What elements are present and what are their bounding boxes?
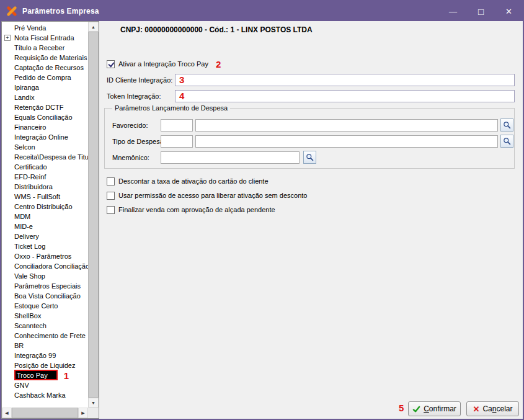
sidebar-item-wms-fullsoft[interactable]: WMS - FullSoft [2,192,88,202]
sidebar-item-label: Receita\Despesa de Titul [14,153,88,161]
sidebar-item-gnv[interactable]: GNV [2,380,88,390]
option-checkbox[interactable] [107,206,115,214]
sidebar-item-nota-fiscal-entrada[interactable]: +Nota Fiscal Entrada [2,33,88,43]
confirm-button[interactable]: Confirmar [408,401,461,416]
window-controls: — □ ✕ [439,1,523,21]
sidebar-item-label: Integração 99 [14,352,56,359]
sidebar-item-label: Financeiro [14,123,46,131]
sidebar-item-integracao-99[interactable]: Integração 99 [2,351,88,360]
sidebar-item-label: Captação de Recursos [14,64,84,71]
sidebar-item-troco-pay[interactable]: Troco Pay1 [2,370,88,380]
sidebar-item-conhecimento-de-frete[interactable]: Conhecimento de Frete [2,331,88,341]
sidebar-item-scanntech[interactable]: Scanntech [2,321,88,331]
sidebar-item-captacao-de-recursos[interactable]: Captação de Recursos [2,63,88,73]
token-input[interactable] [175,90,515,102]
sidebar-item-financeiro[interactable]: Financeiro [2,122,88,132]
sidebar-item-conciliadora-conciliacao[interactable]: Conciliadora Conciliação [2,261,88,271]
sidebar-item-label: Vale Shop [14,272,45,280]
sidebar-item-receita-despesa-de-titul[interactable]: Receita\Despesa de Titul [2,152,88,162]
sidebar-item-label: Parâmetros Especiais [14,282,81,290]
favorecido-search-button[interactable] [500,118,513,132]
activate-integration-row: Ativar a Integração Troco Pay 2 [107,59,221,69]
minimize-icon: — [449,7,457,16]
sidebar-item-certificado[interactable]: Certificado [2,162,88,172]
sidebar-item-parametros-especiais[interactable]: Parâmetros Especiais [2,281,88,291]
titlebar: Parâmetros Empresa — □ ✕ [1,1,523,21]
minimize-button[interactable]: — [439,1,467,21]
favorecido-desc-input[interactable] [195,119,498,132]
sidebar-item-selcon[interactable]: Selcon [2,142,88,152]
sidebar-item-label: Delivery [14,233,39,240]
options-list: Descontar a taxa de ativação do cartão d… [107,176,307,215]
mnemonico-input[interactable] [161,151,300,164]
sidebar-item-label: Scanntech [14,322,47,329]
sidebar-item-integracao-online[interactable]: Integração Online [2,132,88,142]
sidebar-item-distribuidora[interactable]: Distribuidora [2,182,88,192]
sidebar-item-centro-distribuicao[interactable]: Centro Distribuição [2,202,88,212]
main-panel: CNPJ: 00000000000000 - Cód.: 1 - LINX PO… [99,21,523,419]
sidebar-item-pre-venda[interactable]: Pré Venda [2,23,88,33]
confirm-button-label: Confirmar [424,404,456,413]
magnifier-icon [503,137,511,145]
sidebar-item-label: Posição de Liquidez [14,362,75,369]
sidebar-horizontal-scrollbar[interactable]: ◀ ▶ [2,408,88,418]
sidebar-item-pedido-de-compra[interactable]: Pedido de Compra [2,73,88,83]
sidebar-item-retencao-dctf[interactable]: Retenção DCTF [2,102,88,112]
scroll-left-button[interactable]: ◀ [2,408,12,418]
favorecido-code-input[interactable] [161,119,193,132]
sidebar-item-estoque-certo[interactable]: Estoque Certo [2,301,88,311]
option-checkbox[interactable] [107,177,115,185]
option-label: Descontar a taxa de ativação do cartão d… [118,177,269,185]
close-button[interactable]: ✕ [495,1,523,21]
sidebar-item-ipiranga[interactable]: Ipiranga [2,83,88,92]
vertical-scroll-thumb[interactable] [88,32,99,398]
sidebar-item-requisicao-de-materiais[interactable]: Requisição de Materiais [2,53,88,63]
tipo-despesa-desc-input[interactable] [195,135,498,148]
sidebar-item-mid-e[interactable]: MID-e [2,221,88,231]
sidebar-item-shellbox[interactable]: ShellBox [2,311,88,321]
sidebar-item-vale-shop[interactable]: Vale Shop [2,271,88,281]
tipo-despesa-label: Tipo de Despesa: [112,138,166,145]
annotation-5: 5 [399,403,404,413]
sidebar-item-label: BR [14,342,24,349]
sidebar-item-landix[interactable]: Landix [2,92,88,102]
maximize-button[interactable]: □ [467,1,495,21]
sidebar-item-delivery[interactable]: Delivery [2,231,88,241]
sidebar-item-titulo-a-receber[interactable]: Título a Receber [2,43,88,53]
tipo-despesa-code-input[interactable] [161,135,193,148]
sidebar-item-oxxo-parametros[interactable]: Oxxo - Parâmetros [2,251,88,261]
expense-group-title: Parâmetros Lançamento de Despesa [112,104,230,112]
scroll-down-button[interactable]: ▼ [88,398,99,408]
sidebar-item-ticket-log[interactable]: Ticket Log [2,241,88,251]
sidebar-item-label: Pré Venda [14,24,46,32]
tipo-despesa-search-button[interactable] [500,135,513,148]
magnifier-icon [306,153,314,161]
sidebar-item-posicao-de-liquidez[interactable]: Posição de Liquidez [2,360,88,370]
close-icon: ✕ [505,7,512,16]
mnemonico-search-button[interactable] [303,151,316,164]
scroll-right-button[interactable]: ▶ [78,408,88,418]
id-client-input[interactable] [175,74,515,86]
arrow-up-icon: ▲ [91,25,95,29]
sidebar-item-efd-reinf[interactable]: EFD-Reinf [2,172,88,182]
horizontal-scroll-thumb[interactable] [12,408,78,418]
parametros-empresa-window: Parâmetros Empresa — □ ✕ Pré Venda+Nota … [0,0,524,420]
cancel-x-icon: ✕ [473,405,480,413]
sidebar-item-boa-vista-conciliacao[interactable]: Boa Vista Conciliação [2,291,88,301]
sidebar-item-label: Estoque Certo [14,302,58,310]
activate-integration-checkbox[interactable] [107,60,115,68]
option-label: Usar permissão de acesso para liberar at… [118,192,307,199]
token-label: Token Integração: [107,92,161,100]
expand-plus-icon[interactable]: + [4,35,11,41]
sidebar-item-br[interactable]: BR [2,341,88,351]
sidebar-vertical-scrollbar[interactable]: ▲ ▼ [88,22,99,408]
option-checkbox[interactable] [107,192,115,200]
cancel-button[interactable]: ✕ Cancelar [466,401,519,416]
sidebar-item-label: Landix [14,94,34,101]
sidebar-item-label: Retenção DCTF [14,104,63,111]
sidebar-item-mdm[interactable]: MDM [2,212,88,221]
sidebar-item-cashback-marka[interactable]: Cashback Marka [2,390,88,400]
sidebar-item-equals-conciliacao[interactable]: Equals Conciliação [2,112,88,122]
sidebar-item-label: WMS - FullSoft [14,193,60,200]
scroll-up-button[interactable]: ▲ [88,22,99,32]
